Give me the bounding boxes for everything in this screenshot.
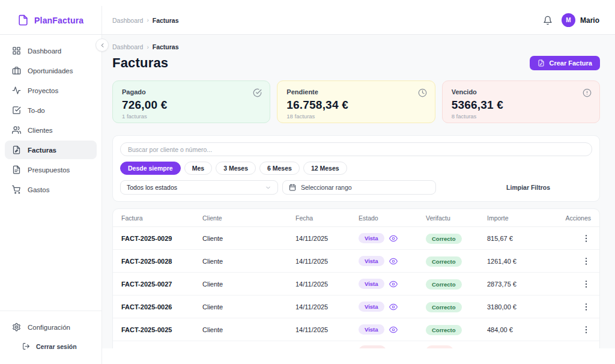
sidebar-collapse-button[interactable] [95, 38, 109, 52]
date-range-picker[interactable]: Seleccionar rango [282, 180, 436, 195]
row-actions-menu-icon[interactable] [581, 234, 591, 243]
invoice-amount: 484,00 € [487, 326, 559, 333]
table-row[interactable]: FACT-2025-0027 Cliente 14/11/2025 Vista … [113, 273, 599, 296]
verifactu-badge: Correcto [426, 256, 462, 267]
top-bar: PlanFactura Dashboard › Facturas M Mario [0, 6, 615, 35]
file-text-icon [12, 165, 21, 174]
card-amount: 5366,31 € [452, 99, 590, 112]
clear-filters-button[interactable]: Limpiar Filtros [506, 184, 550, 191]
breadcrumb-root[interactable]: Dashboard [112, 43, 143, 50]
user-name: Mario [580, 16, 599, 25]
gear-icon [12, 323, 21, 332]
eye-icon[interactable] [389, 257, 398, 265]
table-row[interactable]: FACT-2025-0025 Cliente 14/11/2025 Vista … [113, 318, 599, 341]
sidebar-item-label: Oportunidades [28, 67, 73, 74]
eye-icon[interactable] [389, 326, 398, 334]
sidebar-item-gastos[interactable]: Gastos [5, 180, 97, 199]
status-badge: Vista [359, 302, 384, 312]
chevron-down-icon [265, 184, 271, 191]
sidebar-item-presupuestos[interactable]: Presupuestos [5, 160, 97, 179]
invoice-date: 14/11/2025 [295, 326, 359, 333]
eye-icon[interactable] [389, 280, 398, 288]
client-name: Cliente [202, 258, 295, 265]
verifactu-badge: Correcto [426, 279, 462, 290]
column-header-estado: Estado [359, 214, 426, 222]
breadcrumb-separator: › [147, 17, 148, 23]
sidebar-item-proyectos[interactable]: Proyectos [5, 81, 97, 100]
clock-icon [418, 88, 427, 97]
page-breadcrumb: Dashboard › Facturas [112, 43, 600, 50]
sidebar-item-label: Clientes [28, 127, 53, 134]
status-select[interactable]: Todos los estados [120, 180, 278, 195]
sidebar-item-oportunidades[interactable]: Oportunidades [5, 61, 97, 80]
card-amount: 726,00 € [122, 99, 261, 112]
sidebar-item-clientes[interactable]: Clientes [5, 121, 97, 139]
period-pill-desde-siempre[interactable]: Desde siempre [120, 162, 181, 175]
window-top-margin [0, 0, 615, 6]
invoice-number: FACT-2025-0028 [121, 258, 202, 265]
filters-panel: Desde siempre Mes 3 Meses 6 Meses 12 Mes… [112, 135, 600, 202]
column-header-verifactu: Verifactu [426, 214, 487, 222]
card-count: 8 facturas [452, 113, 590, 120]
verifactu-badge: Correcto [426, 325, 462, 335]
column-header-fecha: Fecha [295, 214, 359, 222]
period-pill-3-meses[interactable]: 3 Meses [216, 162, 256, 175]
status-badge: Vista [359, 233, 384, 243]
verifactu-badge: Correcto [426, 302, 462, 312]
calendar-icon [289, 184, 296, 191]
window-bottom-margin [102, 348, 615, 364]
client-name: Cliente [202, 235, 295, 242]
period-pill-12-meses[interactable]: 12 Meses [303, 162, 347, 175]
row-actions-menu-icon[interactable] [581, 302, 591, 312]
table-row[interactable]: FACT-2025-0026 Cliente 14/11/2025 Vista … [113, 296, 599, 318]
sidebar-item-dashboard[interactable]: Dashboard [5, 41, 97, 60]
card-pagado: Pagado 726,00 € 1 facturas [112, 80, 270, 123]
row-actions-menu-icon[interactable] [581, 256, 591, 266]
main-area: Dashboard › Facturas Facturas Crear Fact… [102, 35, 615, 364]
status-badge: Vista [359, 324, 384, 335]
check-square-icon [12, 106, 21, 115]
breadcrumb: Dashboard › Facturas [112, 17, 179, 24]
invoice-number: FACT-2025-0026 [121, 303, 202, 311]
body-row: Dashboard Oportunidades Proyectos To-do … [0, 35, 615, 364]
period-pill-mes[interactable]: Mes [184, 162, 212, 175]
table-row[interactable]: FACT-2025-0028 Cliente 14/11/2025 Vista … [113, 250, 599, 273]
invoice-date: 14/11/2025 [295, 235, 359, 242]
invoice-amount: 1261,40 € [487, 258, 559, 265]
log-out-icon [22, 342, 30, 350]
eye-icon[interactable] [389, 234, 398, 243]
briefcase-icon [12, 66, 21, 75]
top-bar-main: Dashboard › Facturas M Mario [102, 6, 615, 34]
card-vencido: Vencido 5366,31 € 8 facturas [442, 80, 600, 123]
bell-icon[interactable] [543, 16, 553, 25]
row-actions-menu-icon[interactable] [581, 279, 591, 289]
sidebar-item-label: Presupuestos [28, 166, 70, 174]
check-circle-icon [253, 88, 262, 97]
app-window: PlanFactura Dashboard › Facturas M Mario [0, 0, 615, 364]
status-badge: Vista [359, 279, 384, 289]
invoice-amount: 2873,75 € [487, 281, 559, 288]
column-header-importe: Importe [487, 214, 559, 222]
planfactura-logo-icon [17, 14, 29, 26]
period-pill-6-meses[interactable]: 6 Meses [259, 162, 300, 175]
user-menu[interactable]: M Mario [562, 13, 599, 27]
create-invoice-button[interactable]: Crear Factura [530, 56, 600, 70]
page-title: Facturas [112, 55, 168, 71]
card-count: 18 facturas [286, 113, 425, 120]
invoice-number: FACT-2025-0027 [121, 281, 202, 288]
row-actions-menu-icon[interactable] [581, 325, 591, 335]
table-row[interactable]: FACT-2025-0029 Cliente 14/11/2025 Vista … [113, 227, 599, 250]
cart-icon [12, 185, 21, 194]
invoice-number: FACT-2025-0025 [121, 326, 202, 333]
sidebar-item-facturas[interactable]: Facturas [5, 141, 97, 159]
logout-button[interactable]: Cerrar sesión [0, 337, 101, 356]
sidebar-item-configuracion[interactable]: Configuración [5, 318, 97, 336]
brand-logo[interactable]: PlanFactura [0, 6, 102, 34]
breadcrumb-root[interactable]: Dashboard [112, 17, 143, 24]
period-filter: Desde siempre Mes 3 Meses 6 Meses 12 Mes… [120, 162, 592, 175]
search-input[interactable] [120, 142, 592, 156]
sidebar-item-todo[interactable]: To-do [5, 101, 97, 120]
status-select-value: Todos los estados [127, 184, 177, 191]
activity-icon [12, 86, 21, 95]
eye-icon[interactable] [389, 303, 398, 311]
